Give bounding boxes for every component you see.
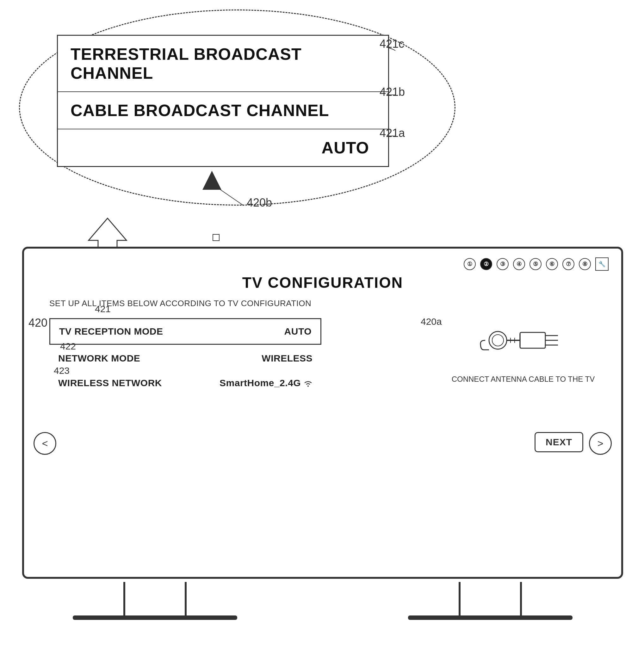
ref-label-421a: 421a <box>380 126 405 140</box>
svg-point-11 <box>307 385 309 387</box>
config-row-reception[interactable]: TV RECEPTION MODE AUTO <box>49 318 321 345</box>
svg-point-12 <box>489 331 507 349</box>
tv-body: ① ② ③ ④ ⑤ ⑥ ⑦ ⑧ 🔧 TV CONFIGURATION SET U… <box>22 247 623 579</box>
antenna-illustration <box>479 312 568 369</box>
wireless-network-label: WIRELESS NETWORK <box>58 378 162 389</box>
top-icons-row: ① ② ③ ④ ⑤ ⑥ ⑦ ⑧ 🔧 <box>464 257 608 271</box>
step-icon-8: ⑧ <box>579 258 591 270</box>
tv-stand-base-right <box>408 615 573 620</box>
cursor-arrow <box>203 171 222 190</box>
diagram-container: TERRESTRIAL BROADCAST CHANNEL CABLE BROA… <box>0 0 644 655</box>
tv-config-subtitle: SET UP ALL ITEMS BELOW ACCORDING TO TV C… <box>49 299 311 308</box>
antenna-label: CONNECT ANTENNA CABLE TO THE TV <box>447 374 599 384</box>
network-mode-value: WIRELESS <box>261 353 313 364</box>
config-area: TV RECEPTION MODE AUTO NETWORK MODE WIRE… <box>49 318 321 395</box>
prev-button[interactable]: < <box>33 432 56 455</box>
dropdown-row-auto: AUTO <box>58 130 388 166</box>
wireless-network-value: SmartHome_2.4G <box>220 378 313 389</box>
dropdown-indicator <box>212 234 220 241</box>
svg-rect-16 <box>520 332 545 348</box>
reception-mode-value: AUTO <box>284 326 312 337</box>
ref-label-422: 422 <box>60 341 76 352</box>
step-icon-7: ⑦ <box>562 258 574 270</box>
dropdown-row-terrestrial: TERRESTRIAL BROADCAST CHANNEL <box>58 36 388 92</box>
step-icon-2: ② <box>480 258 492 270</box>
reception-mode-label: TV RECEPTION MODE <box>59 326 163 337</box>
ref-label-423: 423 <box>54 365 70 376</box>
tv-stand-base-left <box>73 615 237 620</box>
wifi-icon <box>304 380 313 387</box>
dropdown-box: TERRESTRIAL BROADCAST CHANNEL CABLE BROA… <box>57 35 389 167</box>
config-row-wireless[interactable]: WIRELESS NETWORK SmartHome_2.4G <box>49 371 321 395</box>
ref-label-421b: 421b <box>380 86 405 99</box>
tv-screen: ① ② ③ ④ ⑤ ⑥ ⑦ ⑧ 🔧 TV CONFIGURATION SET U… <box>22 247 623 620</box>
right-panel: CONNECT ANTENNA CABLE TO THE TV <box>447 312 599 384</box>
step-icon-4: ④ <box>513 258 525 270</box>
step-icon-6: ⑥ <box>546 258 558 270</box>
dropdown-row-cable: CABLE BROADCAST CHANNEL <box>58 92 388 130</box>
tv-config-title: TV CONFIGURATION <box>24 274 621 291</box>
step-icon-3: ③ <box>497 258 509 270</box>
step-icon-5: ⑤ <box>529 258 542 270</box>
next-button[interactable]: NEXT <box>534 432 583 452</box>
ref-label-420a: 420a <box>421 316 442 327</box>
next-nav-button[interactable]: > <box>589 432 612 455</box>
config-row-network[interactable]: NETWORK MODE WIRELESS <box>49 346 321 371</box>
svg-point-13 <box>492 335 504 346</box>
tv-stand-left <box>123 582 187 620</box>
ref-label-421: 421 <box>95 304 111 314</box>
settings-icon-box: 🔧 <box>595 257 608 271</box>
ref-label-421c: 421c <box>380 37 404 51</box>
network-mode-label: NETWORK MODE <box>58 353 140 364</box>
ref-label-420: 420 <box>28 316 47 330</box>
tv-stand-right <box>459 582 522 620</box>
step-icon-1: ① <box>464 258 476 270</box>
ref-label-420b: 420b <box>247 196 272 209</box>
